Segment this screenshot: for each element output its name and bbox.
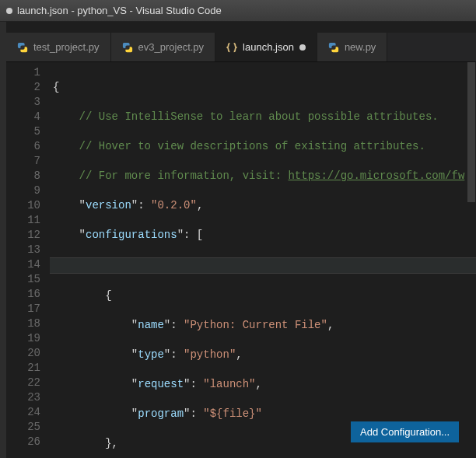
scrollbar-thumb[interactable]	[467, 62, 475, 202]
python-file-icon	[122, 42, 133, 53]
line-number: 6	[6, 139, 40, 154]
line-number: 11	[6, 213, 40, 228]
line-number: 7	[6, 154, 40, 169]
json-file-icon	[226, 42, 237, 53]
line-number: 2	[6, 80, 40, 95]
python-file-icon	[17, 42, 28, 53]
tab-label: test_project.py	[33, 41, 100, 53]
editor-tabs: test_project.py ev3_project.py launch.js…	[6, 33, 476, 62]
line-number: 25	[6, 420, 40, 435]
line-number: 13	[6, 243, 40, 257]
add-configuration-button[interactable]: Add Configuration...	[351, 421, 459, 442]
line-number: 26	[6, 435, 40, 449]
code-editor[interactable]: 1 2 3 4 5 6 7 8 9 10 11 12 13 14 15 16 1…	[6, 62, 476, 458]
line-number: 1	[6, 65, 40, 80]
vertical-scrollbar[interactable]	[467, 62, 476, 458]
line-number: 22	[6, 376, 40, 390]
tab-test-project[interactable]: test_project.py	[6, 33, 111, 61]
line-number: 23	[6, 390, 40, 405]
line-number: 18	[6, 316, 40, 331]
line-number: 12	[6, 228, 40, 243]
window-title: launch.json - python_VS - Visual Studio …	[17, 5, 222, 16]
line-number: 8	[6, 169, 40, 184]
line-number: 10	[6, 198, 40, 213]
python-file-icon	[328, 42, 339, 53]
line-number: 9	[6, 184, 40, 198]
line-number: 19	[6, 331, 40, 346]
line-number: 20	[6, 346, 40, 361]
modified-indicator-icon	[6, 8, 12, 14]
line-number: 4	[6, 110, 40, 124]
activity-bar	[0, 22, 6, 458]
modified-indicator-icon	[299, 44, 306, 51]
line-number: 5	[6, 124, 40, 139]
tab-launch-json[interactable]: launch.json	[215, 33, 317, 61]
line-number-gutter: 1 2 3 4 5 6 7 8 9 10 11 12 13 14 15 16 1…	[6, 62, 50, 458]
line-number: 24	[6, 405, 40, 420]
line-number: 14	[6, 257, 40, 272]
line-number: 3	[6, 95, 40, 110]
editor-region: test_project.py ev3_project.py launch.js…	[6, 22, 476, 458]
tab-ev3-project[interactable]: ev3_project.py	[111, 33, 216, 61]
tab-label: new.py	[345, 41, 376, 53]
line-number: 16	[6, 287, 40, 302]
tab-new-py[interactable]: new.py	[317, 33, 387, 61]
window-titlebar: launch.json - python_VS - Visual Studio …	[0, 0, 476, 22]
tab-label: launch.json	[243, 41, 294, 53]
line-number: 21	[6, 361, 40, 376]
tab-label: ev3_project.py	[138, 41, 205, 53]
line-number: 15	[6, 272, 40, 287]
line-number: 17	[6, 302, 40, 316]
code-content[interactable]: { // Use IntelliSense to learn about pos…	[50, 62, 476, 458]
